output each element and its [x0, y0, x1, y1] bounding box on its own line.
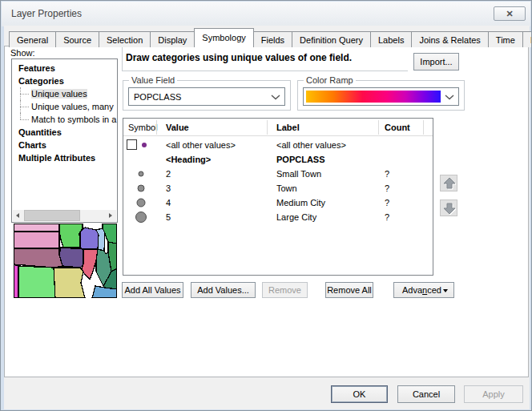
tree-item-label: Match to symbols in a	[31, 115, 116, 124]
tree-item-label: Quantities	[18, 127, 62, 137]
table-row[interactable]: <Heading>POPCLASS	[123, 152, 433, 167]
symbol-cell[interactable]	[123, 210, 159, 224]
count-cell: ?	[385, 195, 389, 210]
value-field-dropdown[interactable]: POPCLASS	[128, 87, 285, 106]
tab-selection[interactable]: Selection	[99, 31, 151, 47]
state-polygon	[14, 232, 59, 248]
dropdown-caret-icon	[443, 289, 448, 292]
table-row[interactable]: 5Large City?	[123, 210, 433, 224]
color-ramp-group: Color Ramp	[297, 80, 465, 111]
state-polygon	[82, 249, 98, 280]
table-row[interactable]: 4Medium City?	[123, 195, 433, 210]
remove-button[interactable]: Remove	[262, 282, 308, 298]
all-other-values-symbol-icon	[142, 143, 147, 147]
tab-general[interactable]: General	[9, 31, 56, 47]
symbol-cell[interactable]	[123, 195, 159, 210]
state-polygon	[59, 224, 83, 248]
symbol-cell[interactable]	[123, 167, 159, 181]
category-symbol-icon	[139, 171, 144, 177]
ok-button[interactable]: OK	[331, 385, 388, 403]
tree-item-multiple-attributes[interactable]: Multiple Attributes	[12, 151, 117, 164]
tree-item-match-to-symbols-in-a[interactable]: Match to symbols in a	[12, 113, 117, 126]
category-symbol-icon	[138, 185, 145, 192]
state-polygon	[59, 248, 85, 268]
all-other-values-checkbox[interactable]	[127, 139, 137, 150]
value-cell: 4	[166, 195, 171, 210]
scrollbar-thumb[interactable]	[24, 210, 80, 221]
value-field-group-label: Value Field	[129, 75, 177, 85]
apply-button[interactable]: Apply	[464, 385, 523, 403]
scroll-left-arrow-icon[interactable]	[13, 210, 24, 221]
table-row[interactable]: 3Town?	[123, 181, 433, 195]
tree-item-quantities[interactable]: Quantities	[12, 126, 117, 139]
cancel-button[interactable]: Cancel	[397, 385, 455, 403]
tab-fields[interactable]: Fields	[253, 31, 292, 47]
import-button[interactable]: Import...	[413, 53, 459, 71]
color-ramp-swatch	[306, 91, 441, 103]
tab-source[interactable]: Source	[55, 31, 99, 47]
label-cell: POPCLASS	[276, 152, 325, 167]
value-field-selected: POPCLASS	[134, 91, 181, 103]
unique-values-table: Symbol Value Label Count <all other valu…	[123, 118, 433, 276]
column-header-value: Value	[166, 119, 189, 136]
tree-item-unique-values[interactable]: Unique values	[12, 87, 117, 100]
value-cell: <Heading>	[166, 152, 211, 167]
tab-symbology[interactable]: Symbology	[194, 28, 253, 47]
titlebar[interactable]: Layer Properties ✕	[2, 2, 530, 26]
tab-html-popup[interactable]: HTML Popup	[522, 31, 532, 47]
move-up-button[interactable]	[440, 175, 457, 191]
state-polygon	[54, 268, 85, 298]
label-cell: Large City	[276, 210, 316, 224]
tab-labels[interactable]: Labels	[370, 31, 412, 47]
category-symbol-icon	[137, 199, 146, 208]
symbol-cell[interactable]	[123, 138, 159, 152]
arrow-up-icon	[441, 175, 457, 191]
table-row[interactable]: <all other values><all other values>	[123, 138, 433, 152]
tree-hscrollbar[interactable]	[13, 210, 116, 221]
map-preview	[14, 224, 117, 298]
heading-panel: Draw categories using unique values of o…	[122, 47, 408, 71]
state-polygon	[18, 266, 55, 298]
tree-item-unique-values-many[interactable]: Unique values, many	[12, 100, 117, 113]
tree-item-label: Unique values	[31, 89, 87, 99]
tab-display[interactable]: Display	[150, 31, 195, 47]
arrow-down-icon	[441, 200, 457, 216]
chevron-down-icon	[271, 95, 280, 100]
count-cell: ?	[385, 181, 389, 195]
show-tree: FeaturesCategoriesUnique valuesUnique va…	[11, 58, 118, 223]
label-cell: Small Town	[276, 167, 321, 181]
tab-definition-query[interactable]: Definition Query	[292, 31, 371, 47]
tree-item-features[interactable]: Features	[12, 62, 117, 75]
state-polygon	[80, 228, 99, 249]
table-row[interactable]: 2Small Town?	[123, 167, 433, 181]
label-cell: Medium City	[276, 195, 325, 210]
method-description: Draw categories using unique values of o…	[126, 52, 352, 63]
tree-item-label: Categories	[18, 76, 64, 86]
label-cell: Town	[276, 181, 297, 195]
add-values-button[interactable]: Add Values...	[191, 282, 256, 298]
color-ramp-dropdown[interactable]	[303, 87, 459, 106]
tab-joins-relates[interactable]: Joins & Relates	[411, 31, 488, 47]
category-symbol-icon	[135, 212, 147, 223]
value-cell: 5	[166, 210, 171, 224]
chevron-down-icon	[445, 95, 454, 100]
count-cell: ?	[385, 167, 389, 181]
value-cell: <all other values>	[166, 138, 236, 152]
tree-item-label: Multiple Attributes	[18, 153, 95, 163]
tree-item-categories[interactable]: Categories	[12, 75, 117, 87]
scroll-right-arrow-icon[interactable]	[105, 210, 116, 221]
add-all-values-button[interactable]: Add All Values	[122, 282, 183, 298]
tree-item-label: Features	[18, 63, 55, 73]
tab-time[interactable]: Time	[488, 31, 523, 47]
value-cell: 3	[166, 181, 171, 195]
tree-item-charts[interactable]: Charts	[12, 139, 117, 151]
advanced-button[interactable]: Advanced	[393, 282, 454, 298]
close-button[interactable]: ✕	[494, 6, 526, 21]
move-down-button[interactable]	[440, 199, 457, 216]
symbol-cell[interactable]	[123, 181, 159, 195]
label-cell: <all other values>	[276, 138, 346, 152]
column-header-count: Count	[385, 119, 410, 136]
column-header-symbol: Symbol	[128, 119, 158, 136]
state-polygon	[14, 224, 59, 232]
remove-all-button[interactable]: Remove All	[325, 282, 373, 298]
